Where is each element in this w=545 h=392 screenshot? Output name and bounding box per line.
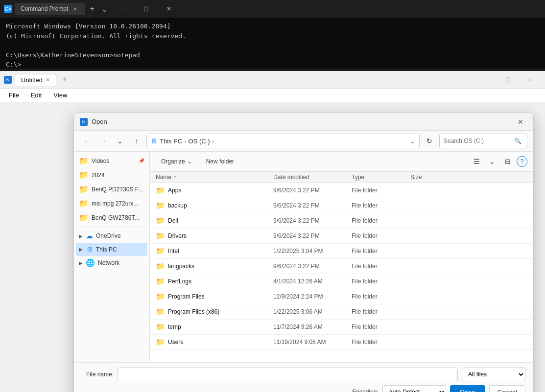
expand-icon: ▶: [79, 247, 83, 252]
sidebar-item-thispc[interactable]: ▶ 🖥 This PC: [76, 243, 147, 256]
table-row[interactable]: 📁 langpacks 9/6/2024 3:22 PM File folder: [150, 259, 533, 274]
nav-recent-btn[interactable]: ⌄: [113, 134, 127, 148]
cmd-tab-dropdown-btn[interactable]: ⌄: [99, 4, 110, 14]
table-row[interactable]: 📁 Program Files (x86) 1/22/2025 3:06 AM …: [150, 304, 533, 320]
file-type: File folder: [352, 339, 410, 346]
cmd-content: Microsoft Windows [Version 10.0.26100.28…: [0, 18, 545, 73]
sort-asc-icon: ↑: [173, 174, 176, 181]
sidebar-item-msi[interactable]: 📁 msi mpg 272urx...: [76, 196, 147, 210]
notepad-icon: N: [4, 76, 12, 84]
nav-up-btn[interactable]: ↑: [130, 134, 143, 148]
address-breadcrumb-drive[interactable]: OS (C:): [189, 138, 210, 145]
notepad-tab[interactable]: Untitled ✕: [15, 74, 56, 86]
file-type: File folder: [352, 248, 410, 254]
help-btn[interactable]: ?: [517, 156, 527, 167]
table-row[interactable]: 📁 Drivers 9/6/2024 3:22 PM File folder: [150, 229, 533, 244]
table-row[interactable]: 📁 Users 11/19/2024 9:08 AM File folder: [150, 335, 533, 350]
encoding-select[interactable]: Auto-Detect: [382, 385, 446, 392]
search-input[interactable]: [444, 138, 512, 144]
sidebar-label: BenQ PD2730S F...: [92, 186, 143, 193]
cmd-minimize-btn[interactable]: —: [113, 0, 135, 18]
encoding-label: Encoding:: [352, 389, 378, 392]
refresh-btn[interactable]: ↻: [423, 134, 436, 148]
sidebar-separator: [76, 227, 147, 227]
folder-icon: 📁: [156, 231, 165, 240]
cmd-restore-btn[interactable]: ⎕: [135, 0, 158, 18]
address-breadcrumb-root[interactable]: This PC: [160, 138, 182, 145]
cmd-tab-close-btn[interactable]: ✕: [71, 5, 79, 13]
notepad-menu-file[interactable]: File: [4, 90, 24, 101]
network-icon: 🌐: [86, 258, 95, 267]
sidebar-item-benq2[interactable]: 📁 BenQ GW2786T...: [76, 210, 147, 225]
dialog-close-btn[interactable]: ✕: [514, 115, 527, 129]
folder-icon: 📁: [79, 156, 89, 165]
notepad-close-btn[interactable]: ✕: [519, 71, 541, 89]
notepad-tab-label: Untitled: [21, 76, 43, 84]
file-name: Dell: [168, 217, 178, 224]
file-name: Intel: [168, 248, 179, 254]
col-header-date[interactable]: Date modified: [273, 174, 352, 181]
table-row[interactable]: 📁 PerfLogs 4/1/2024 12:26 AM File folder: [150, 274, 533, 289]
view-dropdown-btn[interactable]: ⌄: [485, 155, 499, 168]
open-btn[interactable]: Open: [450, 385, 485, 392]
table-row[interactable]: 📁 Apps 9/6/2024 3:22 PM File folder: [150, 183, 533, 198]
search-box[interactable]: 🔍: [439, 134, 527, 148]
address-bar[interactable]: 🖥 This PC › OS (C:) › ⌄: [146, 134, 420, 148]
table-row[interactable]: 📁 Dell 9/6/2024 3:22 PM File folder: [150, 213, 533, 229]
cmd-close-btn[interactable]: ✕: [158, 0, 180, 18]
file-date: 9/6/2024 3:22 PM: [273, 217, 352, 224]
file-type-select[interactable]: All files: [462, 368, 525, 381]
folder-icon: 📁: [156, 277, 165, 286]
folder-icon: 📁: [156, 216, 165, 225]
sidebar-item-onedrive[interactable]: ▶ ☁ OneDrive: [76, 229, 147, 243]
file-name: Program Files (x86): [168, 308, 219, 315]
thispc-icon: 🖥: [86, 245, 93, 254]
table-row[interactable]: 📁 Intel 1/22/2025 3:04 PM File folder: [150, 244, 533, 259]
notepad-tab-close[interactable]: ✕: [46, 77, 50, 83]
file-date: 1/22/2025 3:06 AM: [273, 308, 352, 315]
nav-back-btn[interactable]: ←: [80, 134, 94, 148]
sidebar-item-2024[interactable]: 📁 2024: [76, 168, 147, 182]
file-table: 📁 Apps 9/6/2024 3:22 PM File folder 📁 ba…: [150, 183, 533, 362]
cmd-tab[interactable]: Command Prompt ✕: [15, 3, 85, 15]
file-name-input[interactable]: [118, 368, 458, 381]
cmd-win-controls: — ⎕ ✕: [113, 0, 180, 18]
cmd-tab-label: Command Prompt: [21, 5, 68, 12]
folder-icon: 📁: [79, 184, 89, 194]
notepad-tab-add[interactable]: +: [59, 74, 71, 85]
cancel-btn[interactable]: Cancel: [489, 385, 525, 392]
file-type: File folder: [352, 293, 410, 300]
file-date: 11/7/2024 9:26 AM: [273, 323, 352, 330]
notepad-win-controls: — ⎕ ✕: [474, 71, 541, 89]
col-header-type[interactable]: Type: [352, 174, 410, 181]
table-row[interactable]: 📁 Program Files 12/9/2024 2:24 PM File f…: [150, 289, 533, 304]
file-list-area: Organize ⌄ New folder ☰ ⌄ ⊟ ? Name ↑ Dat…: [150, 152, 533, 362]
notepad-menu-edit[interactable]: Edit: [26, 90, 47, 101]
nav-forward-btn[interactable]: →: [96, 134, 110, 148]
sidebar-label: This PC: [96, 246, 117, 253]
table-row[interactable]: 📁 temp 11/7/2024 9:26 AM File folder: [150, 320, 533, 335]
sidebar-label: Network: [98, 259, 119, 266]
folder-icon: 📁: [156, 247, 165, 255]
new-folder-btn[interactable]: New folder: [201, 156, 239, 167]
folder-icon: 📁: [79, 213, 89, 222]
notepad-menu-view[interactable]: View: [48, 90, 72, 101]
split-view-btn[interactable]: ⊟: [501, 155, 515, 168]
sidebar-item-network[interactable]: ▶ 🌐 Network: [76, 256, 147, 270]
file-date: 9/6/2024 3:22 PM: [273, 202, 352, 209]
notepad-minimize-btn[interactable]: —: [474, 71, 496, 89]
folder-icon: 📁: [156, 201, 165, 210]
organize-btn[interactable]: Organize ⌄: [156, 156, 197, 167]
notepad-restore-btn[interactable]: ⎕: [496, 71, 519, 89]
table-row[interactable]: 📁 backup 9/6/2024 3:22 PM File folder: [150, 198, 533, 213]
address-dropdown-btn[interactable]: ⌄: [410, 138, 415, 145]
sidebar-item-benq1[interactable]: 📁 BenQ PD2730S F...: [76, 182, 147, 196]
sidebar-item-videos[interactable]: 📁 Videos 📌: [76, 154, 147, 168]
file-type: File folder: [352, 232, 410, 239]
col-header-name[interactable]: Name ↑: [156, 174, 273, 181]
list-view-btn[interactable]: ☰: [470, 155, 483, 168]
col-header-size[interactable]: Size: [410, 174, 527, 181]
cmd-tab-add-btn[interactable]: +: [88, 4, 96, 13]
file-name: temp: [168, 323, 181, 330]
notepad-titlebar: N Untitled ✕ + — ⎕ ✕: [0, 71, 545, 89]
